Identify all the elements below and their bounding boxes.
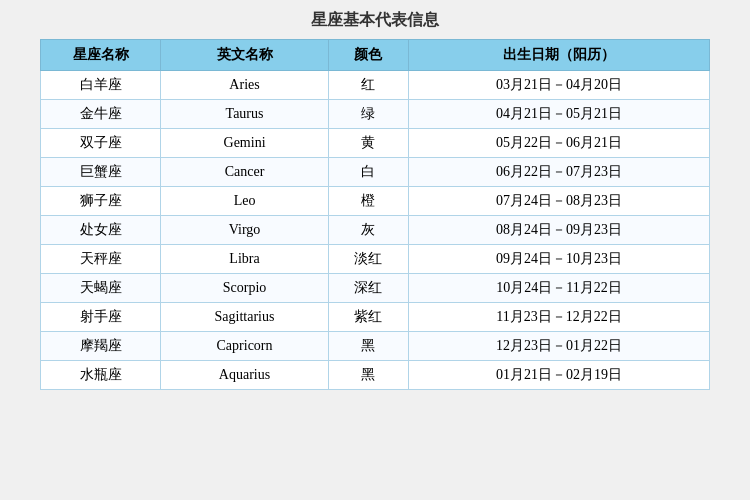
cell-date: 04月21日－05月21日	[408, 100, 709, 129]
cell-color: 黄	[328, 129, 408, 158]
table-row: 天蝎座Scorpio深红10月24日－11月22日	[41, 274, 710, 303]
cell-english: Aries	[161, 71, 328, 100]
cell-english: Leo	[161, 187, 328, 216]
cell-date: 10月24日－11月22日	[408, 274, 709, 303]
cell-date: 06月22日－07月23日	[408, 158, 709, 187]
cell-color: 灰	[328, 216, 408, 245]
cell-english: Gemini	[161, 129, 328, 158]
cell-date: 08月24日－09月23日	[408, 216, 709, 245]
cell-date: 07月24日－08月23日	[408, 187, 709, 216]
cell-chinese: 天蝎座	[41, 274, 161, 303]
zodiac-table: 星座名称 英文名称 颜色 出生日期（阳历） 白羊座Aries红03月21日－04…	[40, 39, 710, 390]
cell-chinese: 处女座	[41, 216, 161, 245]
cell-english: Libra	[161, 245, 328, 274]
page-title: 星座基本代表信息	[40, 10, 710, 31]
cell-english: Taurus	[161, 100, 328, 129]
cell-chinese: 金牛座	[41, 100, 161, 129]
header-color: 颜色	[328, 40, 408, 71]
table-row: 处女座Virgo灰08月24日－09月23日	[41, 216, 710, 245]
table-row: 摩羯座Capricorn黑12月23日－01月22日	[41, 332, 710, 361]
header-date: 出生日期（阳历）	[408, 40, 709, 71]
cell-date: 09月24日－10月23日	[408, 245, 709, 274]
cell-chinese: 巨蟹座	[41, 158, 161, 187]
cell-color: 深红	[328, 274, 408, 303]
table-row: 双子座Gemini黄05月22日－06月21日	[41, 129, 710, 158]
table-row: 金牛座Taurus绿04月21日－05月21日	[41, 100, 710, 129]
cell-date: 12月23日－01月22日	[408, 332, 709, 361]
table-row: 白羊座Aries红03月21日－04月20日	[41, 71, 710, 100]
cell-english: Capricorn	[161, 332, 328, 361]
cell-chinese: 水瓶座	[41, 361, 161, 390]
cell-english: Sagittarius	[161, 303, 328, 332]
cell-chinese: 射手座	[41, 303, 161, 332]
header-chinese: 星座名称	[41, 40, 161, 71]
cell-color: 白	[328, 158, 408, 187]
cell-english: Cancer	[161, 158, 328, 187]
cell-date: 11月23日－12月22日	[408, 303, 709, 332]
cell-date: 05月22日－06月21日	[408, 129, 709, 158]
cell-color: 红	[328, 71, 408, 100]
cell-date: 03月21日－04月20日	[408, 71, 709, 100]
table-row: 射手座Sagittarius紫红11月23日－12月22日	[41, 303, 710, 332]
cell-chinese: 白羊座	[41, 71, 161, 100]
header-english: 英文名称	[161, 40, 328, 71]
cell-color: 淡红	[328, 245, 408, 274]
table-row: 天秤座Libra淡红09月24日－10月23日	[41, 245, 710, 274]
cell-english: Scorpio	[161, 274, 328, 303]
cell-chinese: 摩羯座	[41, 332, 161, 361]
cell-english: Aquarius	[161, 361, 328, 390]
cell-color: 黑	[328, 332, 408, 361]
cell-date: 01月21日－02月19日	[408, 361, 709, 390]
cell-english: Virgo	[161, 216, 328, 245]
table-row: 巨蟹座Cancer白06月22日－07月23日	[41, 158, 710, 187]
cell-chinese: 双子座	[41, 129, 161, 158]
cell-color: 绿	[328, 100, 408, 129]
cell-color: 紫红	[328, 303, 408, 332]
cell-color: 橙	[328, 187, 408, 216]
cell-chinese: 天秤座	[41, 245, 161, 274]
cell-color: 黑	[328, 361, 408, 390]
cell-chinese: 狮子座	[41, 187, 161, 216]
table-row: 狮子座Leo橙07月24日－08月23日	[41, 187, 710, 216]
table-header-row: 星座名称 英文名称 颜色 出生日期（阳历）	[41, 40, 710, 71]
table-row: 水瓶座Aquarius黑01月21日－02月19日	[41, 361, 710, 390]
page-container: 星座基本代表信息 星座名称 英文名称 颜色 出生日期（阳历） 白羊座Aries红…	[40, 10, 710, 390]
